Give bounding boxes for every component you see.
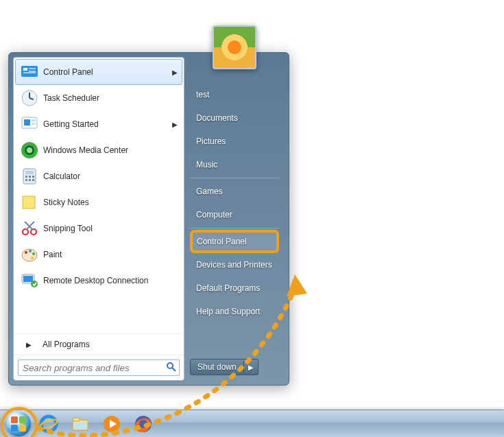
svg-marker-48 [287, 274, 307, 296]
svg-rect-19 [32, 176, 34, 178]
control-panel-icon [20, 62, 39, 82]
separator [190, 178, 279, 178]
search-icon [166, 362, 177, 373]
right-link-documents[interactable]: Documents [190, 106, 279, 130]
right-link-label: Devices and Printers [196, 260, 272, 270]
shutdown-label: Shut down [197, 362, 237, 372]
program-item-label: Sticky Notes [39, 198, 178, 207]
media-center-icon [20, 141, 39, 160]
program-item-label: Remote Desktop Connection [39, 276, 178, 285]
svg-point-32 [32, 252, 35, 255]
sticky-notes-icon [20, 193, 39, 212]
right-link-label: Documents [196, 113, 238, 123]
program-item-paint[interactable]: Paint [15, 241, 182, 268]
program-item-snipping-tool[interactable]: Snipping Tool [15, 215, 182, 241]
program-item-getting-started[interactable]: Getting Started ▶ [15, 111, 182, 137]
svg-rect-42 [73, 418, 80, 421]
program-item-media-center[interactable]: Windows Media Center [15, 137, 182, 163]
svg-rect-21 [29, 179, 31, 181]
svg-rect-18 [29, 176, 31, 178]
taskbar [0, 410, 504, 437]
svg-line-38 [172, 368, 176, 371]
program-list: Control Panel ▶ Task Scheduler Getting S… [14, 58, 184, 333]
svg-rect-35 [23, 276, 33, 282]
right-link-label: Pictures [196, 137, 226, 146]
right-link-devices-printers[interactable]: Devices and Printers [190, 253, 279, 276]
getting-started-icon [20, 115, 39, 134]
program-item-label: Control Panel [39, 67, 172, 77]
svg-rect-11 [32, 123, 36, 125]
search-input[interactable] [18, 359, 180, 376]
svg-point-33 [31, 257, 34, 259]
svg-point-14 [27, 147, 32, 153]
start-button[interactable] [6, 412, 31, 436]
right-link-label: Music [196, 160, 217, 169]
right-link-music[interactable]: Music [190, 153, 279, 176]
right-link-label: Default Programs [196, 283, 260, 293]
right-links: test Documents Pictures Music Games Comp… [190, 83, 279, 323]
taskbar-explorer[interactable] [66, 414, 95, 434]
program-item-label: Snipping Tool [39, 224, 178, 233]
explorer-icon [71, 414, 90, 434]
chevron-right-icon: ▶ [248, 364, 254, 371]
svg-rect-16 [25, 171, 34, 174]
search-box [18, 359, 180, 376]
svg-point-25 [23, 229, 28, 235]
right-link-pictures[interactable]: Pictures [190, 130, 279, 153]
right-link-label: Help and Support [196, 307, 260, 316]
right-link-user[interactable]: test [190, 83, 279, 106]
calculator-icon [20, 167, 39, 186]
wmp-icon [102, 414, 121, 434]
search-row [14, 355, 184, 380]
all-programs[interactable]: ▶ All Programs [14, 333, 184, 355]
start-menu-right-pane: test Documents Pictures Music Games Comp… [184, 57, 285, 381]
program-item-remote-desktop[interactable]: Remote Desktop Connection [15, 268, 182, 294]
snipping-tool-icon [20, 219, 39, 238]
svg-point-30 [25, 251, 27, 254]
chevron-right-icon: ▶ [172, 121, 178, 128]
svg-point-26 [31, 229, 36, 235]
taskbar-ie[interactable] [34, 414, 63, 434]
start-orb-wrap [4, 410, 33, 438]
task-scheduler-icon [20, 88, 39, 108]
paint-icon [20, 245, 39, 264]
taskbar-firefox[interactable] [129, 414, 158, 434]
svg-point-37 [167, 363, 173, 368]
separator [190, 228, 279, 228]
right-link-default-programs[interactable]: Default Programs [190, 276, 279, 300]
right-link-label: Control Panel [197, 237, 247, 246]
svg-rect-3 [29, 71, 36, 72]
user-avatar[interactable] [213, 25, 256, 69]
program-item-sticky-notes[interactable]: Sticky Notes [15, 189, 182, 215]
svg-rect-4 [23, 72, 36, 73]
svg-rect-22 [32, 179, 34, 181]
svg-rect-20 [25, 179, 27, 181]
svg-rect-17 [25, 176, 27, 178]
svg-point-39 [41, 416, 56, 432]
svg-rect-43 [74, 423, 86, 429]
shutdown-row: Shut down ▶ [190, 359, 279, 375]
right-link-help-support[interactable]: Help and Support [190, 300, 279, 323]
shutdown-button[interactable]: Shut down [191, 359, 243, 375]
svg-point-36 [31, 281, 38, 287]
windows-orb-icon [11, 416, 26, 432]
svg-point-47 [139, 420, 147, 428]
svg-rect-23 [23, 196, 35, 209]
program-item-task-scheduler[interactable]: Task Scheduler [15, 85, 182, 111]
program-item-control-panel[interactable]: Control Panel ▶ [15, 59, 182, 85]
chevron-right-icon: ▶ [26, 341, 32, 349]
svg-rect-1 [23, 68, 27, 71]
right-link-control-panel[interactable]: Control Panel [190, 230, 279, 253]
right-link-games[interactable]: Games [190, 180, 279, 203]
right-link-computer[interactable]: Computer [190, 203, 279, 226]
start-menu: Control Panel ▶ Task Scheduler Getting S… [8, 52, 289, 386]
right-link-label: Games [196, 187, 223, 196]
program-item-label: Calculator [39, 172, 178, 181]
chevron-right-icon: ▶ [172, 69, 178, 76]
shutdown-more-button[interactable]: ▶ [243, 361, 258, 374]
svg-rect-9 [24, 119, 30, 126]
taskbar-wmp[interactable] [97, 414, 126, 434]
program-item-calculator[interactable]: Calculator [15, 163, 182, 189]
right-link-label: Computer [196, 210, 232, 220]
program-item-label: Task Scheduler [39, 93, 178, 103]
